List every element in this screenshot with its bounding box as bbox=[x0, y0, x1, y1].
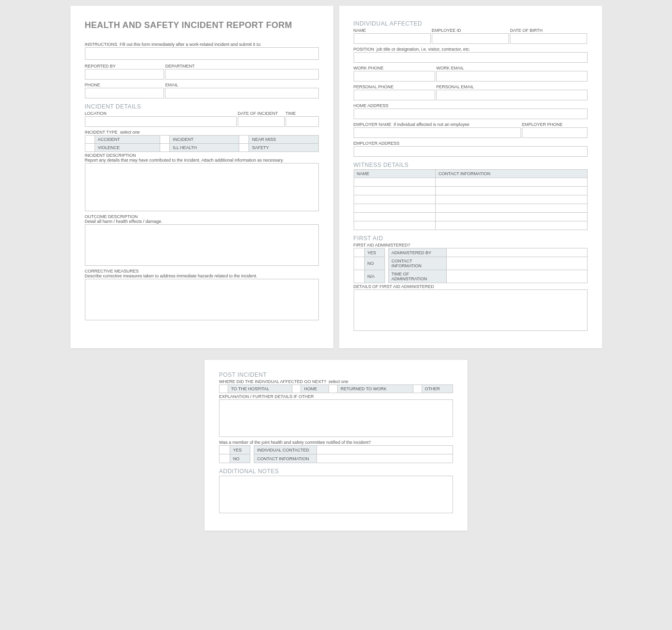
reported-by-input[interactable] bbox=[85, 69, 165, 80]
witness-name-cell[interactable] bbox=[354, 213, 435, 221]
outcome-desc-label: OUTCOME DESCRIPTION bbox=[85, 214, 319, 219]
witness-contact-cell[interactable] bbox=[435, 221, 587, 230]
committee-check[interactable] bbox=[219, 446, 230, 454]
where-check[interactable] bbox=[219, 385, 228, 393]
incident-desc-label: INCIDENT DESCRIPTION bbox=[85, 153, 319, 158]
ind-employer-name-label: EMPLOYER NAME if individual affected is … bbox=[354, 122, 521, 127]
department-label: DEPARTMENT bbox=[165, 64, 318, 68]
committee-value-cell[interactable] bbox=[317, 446, 453, 454]
ind-work-phone-label: WORK PHONE bbox=[354, 66, 436, 70]
witness-contact-cell[interactable] bbox=[435, 195, 587, 204]
incident-type-options: ACCIDENT INCIDENT NEAR MISS VIOLENCE ILL… bbox=[85, 135, 319, 152]
ind-work-phone-input[interactable] bbox=[354, 71, 436, 82]
incident-type-check[interactable] bbox=[85, 136, 95, 144]
first-aid-title: FIRST AID bbox=[354, 235, 588, 242]
page-1: HEALTH AND SAFETY INCIDENT REPORT FORM I… bbox=[70, 6, 333, 348]
post-incident-title: POST INCIDENT bbox=[219, 371, 453, 378]
witness-name-cell[interactable] bbox=[354, 178, 435, 187]
ind-name-input[interactable] bbox=[354, 33, 431, 44]
form-title: HEALTH AND SAFETY INCIDENT REPORT FORM bbox=[85, 20, 319, 30]
witness-name-cell[interactable] bbox=[354, 204, 435, 213]
corrective-textarea[interactable] bbox=[85, 279, 319, 320]
time-label: TIME bbox=[286, 111, 319, 116]
witness-contact-cell[interactable] bbox=[435, 204, 587, 213]
incident-type-check[interactable] bbox=[160, 144, 170, 152]
time-input[interactable] bbox=[286, 116, 319, 127]
ind-position-input[interactable] bbox=[354, 52, 588, 63]
witness-col-name: NAME bbox=[354, 170, 435, 178]
ind-position-label: POSITION job title or designation, i.e. … bbox=[354, 47, 588, 52]
ind-personal-phone-label: PERSONAL PHONE bbox=[354, 84, 436, 89]
ind-employer-address-input[interactable] bbox=[354, 146, 588, 157]
instructions-submit-to-input[interactable] bbox=[85, 47, 319, 60]
location-label: LOCATION bbox=[85, 111, 237, 116]
incident-type-check[interactable] bbox=[160, 136, 170, 144]
first-aid-check[interactable] bbox=[354, 248, 364, 257]
notes-title: ADDITIONAL NOTES bbox=[219, 468, 453, 475]
where-next-label: WHERE DID THE INDIVIDUAL AFFECTED GO NEX… bbox=[219, 379, 453, 384]
corrective-label: CORRECTIVE MEASURES bbox=[85, 269, 319, 274]
date-of-incident-input[interactable] bbox=[238, 116, 285, 127]
incident-details-title: INCIDENT DETAILS bbox=[85, 103, 319, 110]
where-next-options: TO THE HOSPITAL HOME RETURNED TO WORK OT… bbox=[219, 384, 453, 393]
ind-personal-email-label: PERSONAL EMAIL bbox=[436, 84, 587, 89]
page-3: POST INCIDENT WHERE DID THE INDIVIDUAL A… bbox=[205, 360, 467, 531]
witness-contact-cell[interactable] bbox=[435, 187, 587, 195]
where-check[interactable] bbox=[292, 385, 301, 393]
ind-home-address-input[interactable] bbox=[354, 109, 588, 119]
phone-label: PHONE bbox=[85, 82, 165, 87]
witness-name-cell[interactable] bbox=[354, 187, 435, 195]
ind-empid-label: EMPLOYEE ID bbox=[432, 28, 509, 33]
ind-employer-phone-input[interactable] bbox=[522, 127, 588, 138]
first-aid-value-cell[interactable] bbox=[446, 270, 587, 283]
ind-work-email-input[interactable] bbox=[436, 71, 587, 82]
ind-employer-name-input[interactable] bbox=[354, 127, 521, 138]
witness-name-cell[interactable] bbox=[354, 221, 435, 230]
outcome-desc-sub: Detail all harm / health effects / damag… bbox=[85, 219, 319, 224]
ind-personal-email-input[interactable] bbox=[436, 90, 587, 100]
incident-type-check[interactable] bbox=[85, 144, 95, 152]
first-aid-check[interactable] bbox=[354, 270, 364, 283]
ind-home-address-label: HOME ADDRESS bbox=[354, 103, 588, 108]
department-input[interactable] bbox=[165, 69, 318, 80]
incident-type-check[interactable] bbox=[239, 136, 249, 144]
ind-name-label: NAME bbox=[354, 28, 431, 33]
where-check[interactable] bbox=[329, 385, 338, 393]
ind-employer-phone-label: EMPLOYER PHONE bbox=[522, 122, 588, 127]
witness-table: NAME CONTACT INFORMATION bbox=[354, 169, 588, 230]
committee-check[interactable] bbox=[219, 454, 230, 463]
phone-input[interactable] bbox=[85, 88, 165, 98]
location-input[interactable] bbox=[85, 116, 237, 127]
incident-desc-textarea[interactable] bbox=[85, 163, 319, 211]
first-aid-check[interactable] bbox=[354, 257, 364, 270]
first-aid-table: YES ADMINISTERED BY NO CONTACT INFORMATI… bbox=[354, 248, 588, 283]
ind-employer-address-label: EMPLOYER ADDRESS bbox=[354, 141, 588, 146]
committee-q: Was a member of the joint health and saf… bbox=[219, 440, 453, 445]
reported-by-label: REPORTED BY bbox=[85, 64, 165, 68]
incident-type-check[interactable] bbox=[239, 144, 249, 152]
first-aid-details-textarea[interactable] bbox=[354, 289, 588, 331]
date-of-incident-label: DATE OF INCIDENT bbox=[238, 111, 285, 116]
notes-textarea[interactable] bbox=[219, 476, 453, 513]
email-input[interactable] bbox=[165, 88, 318, 98]
first-aid-value-cell[interactable] bbox=[446, 248, 587, 257]
ind-empid-input[interactable] bbox=[432, 33, 509, 44]
witness-col-contact: CONTACT INFORMATION bbox=[435, 170, 587, 178]
where-check[interactable] bbox=[413, 385, 422, 393]
witness-contact-cell[interactable] bbox=[435, 213, 587, 221]
first-aid-value-cell[interactable] bbox=[446, 257, 587, 270]
ind-dob-label: DATE OF BIRTH bbox=[510, 28, 587, 33]
ind-personal-phone-input[interactable] bbox=[354, 90, 436, 100]
ind-dob-input[interactable] bbox=[510, 33, 587, 44]
explain-textarea[interactable] bbox=[219, 399, 453, 437]
first-aid-q: FIRST AID ADMINISTERED? bbox=[354, 243, 588, 247]
witness-name-cell[interactable] bbox=[354, 195, 435, 204]
committee-value-cell[interactable] bbox=[317, 454, 453, 463]
email-label: EMAIL bbox=[165, 82, 318, 87]
individual-title: INDIVIDUAL AFFECTED bbox=[354, 20, 588, 27]
corrective-sub: Describe corrective measures taken to ad… bbox=[85, 274, 319, 278]
outcome-desc-textarea[interactable] bbox=[85, 224, 319, 266]
instructions-label: INSTRUCTIONS Fill out this form immediat… bbox=[85, 42, 319, 47]
incident-desc-sub: Report any details that may have contrib… bbox=[85, 158, 319, 163]
witness-contact-cell[interactable] bbox=[435, 178, 587, 187]
